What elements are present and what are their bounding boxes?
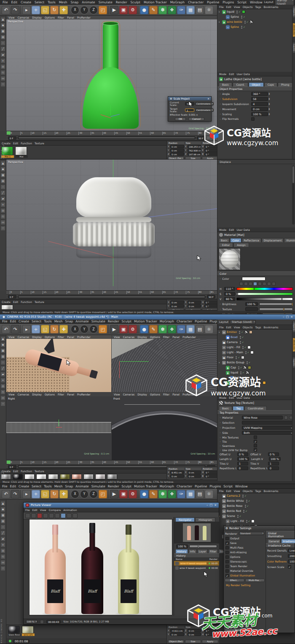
- menu-item[interactable]: Tools: [43, 484, 53, 489]
- viewport-menu-item[interactable]: Cameras: [123, 393, 135, 396]
- maximize-icon[interactable]: □: [286, 315, 289, 319]
- om-menu-item[interactable]: Tags: [255, 326, 261, 329]
- menu-item[interactable]: Simulate: [97, 0, 114, 5]
- material-tag-icon[interactable]: [246, 371, 249, 374]
- channel-row[interactable]: ∘Texture: [217, 306, 295, 311]
- undo-icon[interactable]: ↶: [2, 6, 10, 14]
- camera-tool-icon[interactable]: ▤: [196, 490, 204, 498]
- picker-spectrum-icon[interactable]: [249, 282, 252, 286]
- pv-menu-item[interactable]: Compare: [49, 509, 61, 511]
- viewport-menu-item[interactable]: Cameras: [18, 16, 30, 19]
- menu-item[interactable]: Pipeline: [193, 484, 208, 489]
- om-menu-item[interactable]: Objects: [243, 5, 253, 8]
- material-menu-item[interactable]: Texture: [35, 470, 44, 473]
- render-picture-viewer-icon[interactable]: ▣: [119, 6, 128, 14]
- pv-menu-item[interactable]: File: [25, 509, 30, 511]
- quantize-icon[interactable]: ∷: [0, 226, 5, 231]
- dock-side-tab[interactable]: Objects: [293, 6, 295, 17]
- size-x[interactable]: 198.253 cm: [188, 145, 201, 148]
- live-selection-icon[interactable]: ▸: [22, 6, 31, 14]
- snap-icon[interactable]: ◇: [0, 214, 5, 219]
- simulate-icon[interactable]: ❖: [168, 325, 176, 333]
- render-view-icon[interactable]: ▶: [110, 6, 118, 14]
- lock-z-icon[interactable]: Z: [89, 6, 98, 14]
- sculpt-icon[interactable]: ✎: [149, 325, 158, 333]
- my-render-setting[interactable]: My Render Setting: [224, 583, 266, 587]
- value-value[interactable]: 80 %: [224, 297, 235, 301]
- am-menu-item[interactable]: Mode: [219, 73, 226, 76]
- viewport-menu-item[interactable]: Options: [150, 336, 160, 338]
- am-menu-item[interactable]: Mode: [219, 396, 226, 399]
- pos-x[interactable]: -4.911 cm: [170, 629, 184, 632]
- menu-item[interactable]: Pipeline: [193, 319, 208, 324]
- rotate-icon[interactable]: ↻: [50, 6, 59, 14]
- points-mode-icon[interactable]: ∴: [0, 41, 5, 46]
- polygons-mode-icon[interactable]: ▰: [0, 536, 5, 541]
- material-tag-icon[interactable]: [243, 366, 247, 369]
- timeline-ruler[interactable]: 0510152025303540455055606570758085: [6, 460, 217, 465]
- browse-icon[interactable]: [284, 416, 288, 419]
- rot-h[interactable]: 0 °: [204, 471, 218, 474]
- rot-h[interactable]: 0 °: [204, 633, 218, 636]
- picker-compact-icon[interactable]: [239, 282, 243, 286]
- menu-item[interactable]: Snap: [64, 319, 74, 324]
- viewport-menu-item[interactable]: View: [114, 393, 120, 396]
- pos-x[interactable]: 0 cm: [170, 300, 184, 304]
- layout-panels-icon[interactable]: ▦: [186, 490, 195, 498]
- material-menu-item[interactable]: Function: [21, 300, 32, 303]
- lock-z-icon[interactable]: Z: [89, 490, 98, 498]
- viewport-solo-icon[interactable]: ◎: [0, 548, 5, 553]
- move-icon[interactable]: +: [32, 490, 40, 498]
- menu-item[interactable]: Render: [107, 319, 121, 324]
- size-y[interactable]: 762.908 cm: [188, 149, 201, 152]
- object-row[interactable]: ▾◗liquid✓: [217, 9, 295, 14]
- pos-y[interactable]: 0 cm: [170, 633, 184, 636]
- enable-axis-icon[interactable]: +: [0, 542, 5, 547]
- channel-row[interactable]: ∘Mix ModeNormal: [217, 311, 295, 314]
- layout-switcher[interactable]: LayoutStartup (Used): [217, 319, 295, 325]
- om-menu-item[interactable]: Tags: [255, 5, 261, 8]
- object-row[interactable]: +Bottle Red✓: [217, 509, 295, 514]
- dock-side-tab[interactable]: Layers: [293, 43, 295, 53]
- rs-tab[interactable]: General: [267, 539, 281, 543]
- om-menu-item[interactable]: File: [219, 5, 224, 8]
- render-setting-button[interactable]: Render Setting...: [225, 628, 265, 632]
- hue-value[interactable]: 110 °: [224, 287, 235, 291]
- edges-mode-icon[interactable]: ╱: [0, 46, 5, 51]
- picker-swatches-icon[interactable]: [272, 282, 276, 286]
- om-menu-item[interactable]: File: [219, 326, 224, 329]
- points-mode-icon[interactable]: ∴: [0, 525, 5, 530]
- workplane-mode-icon[interactable]: ▤: [0, 354, 5, 359]
- am-menu-item[interactable]: User Data: [236, 73, 249, 76]
- viewport-menu-item[interactable]: Cameras: [18, 393, 30, 396]
- menu-item[interactable]: Mesh: [53, 319, 64, 324]
- scrollbar[interactable]: [292, 165, 295, 225]
- om-menu-item[interactable]: View: [234, 490, 240, 492]
- pv-play-icon[interactable]: [67, 513, 72, 518]
- pv-zoom-field[interactable]: 100 %: [176, 544, 188, 548]
- model-mode-icon[interactable]: ◆: [0, 167, 5, 172]
- polygons-mode-icon[interactable]: ▰: [0, 372, 5, 377]
- rot-b[interactable]: 0 °: [204, 629, 218, 632]
- object-row[interactable]: ▣Camera.2✓: [217, 493, 295, 498]
- camera-tool-icon[interactable]: ▤: [196, 6, 204, 14]
- pv-menu-item[interactable]: Edit: [32, 509, 38, 511]
- menu-item[interactable]: Tools: [46, 0, 57, 5]
- object-row[interactable]: ●Bead✓: [217, 335, 295, 340]
- viewport-menu-item[interactable]: Panel: [67, 393, 74, 396]
- menu-item[interactable]: Script: [236, 0, 248, 5]
- last-tool-icon[interactable]: ✚: [59, 6, 68, 14]
- pv-ab-icon[interactable]: [49, 513, 54, 518]
- coordinate-system-icon[interactable]: ◰: [99, 6, 107, 14]
- om-menu-item[interactable]: View: [234, 5, 240, 8]
- key-record-icon[interactable]: [206, 136, 210, 140]
- history-col-name[interactable]: Name: [176, 558, 182, 560]
- enable-axis-icon[interactable]: +: [0, 378, 5, 383]
- sep2-icon[interactable]: [69, 6, 70, 14]
- dock-side-tab[interactable]: Attributes: [293, 338, 295, 352]
- menu-item[interactable]: Select: [33, 0, 46, 5]
- quantize-icon[interactable]: ∷: [0, 566, 5, 571]
- menu-item[interactable]: Character: [175, 319, 193, 324]
- am-menu-item[interactable]: Edit: [229, 73, 234, 76]
- menu-item[interactable]: MoGraph: [158, 319, 175, 324]
